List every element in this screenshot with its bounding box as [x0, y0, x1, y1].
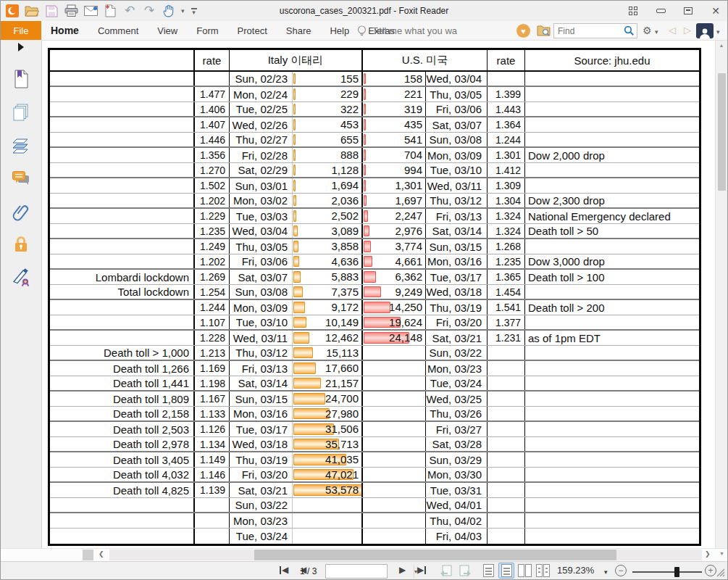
us-cases-cell: 4,661	[363, 254, 426, 268]
expand-panel-icon[interactable]	[18, 43, 24, 51]
italy-date-cell: Wed, 02/26	[230, 117, 293, 132]
tab-help[interactable]: Help	[320, 21, 359, 40]
zoom-caret-icon[interactable]: ▾	[604, 568, 608, 576]
back-icon[interactable]: ◁	[669, 25, 676, 36]
first-page-button[interactable]: ◀	[280, 565, 288, 575]
find-box[interactable]	[553, 23, 637, 38]
previous-view-icon[interactable]	[440, 565, 453, 578]
customize-toolbar-icon[interactable]: ▾	[191, 8, 197, 14]
note-right-cell	[525, 437, 699, 451]
find-input[interactable]	[554, 26, 624, 36]
table-row: Mon, 03/23Thu, 04/02	[50, 513, 699, 529]
us-rate-cell: 1.324	[488, 209, 525, 223]
horizontal-scroll-thumb[interactable]	[254, 550, 616, 560]
restore-icon[interactable]	[682, 5, 694, 17]
foxit-logo-icon[interactable]	[5, 4, 20, 18]
email-icon[interactable]	[83, 4, 98, 18]
italy-date-cell: Mon, 03/16	[230, 407, 293, 420]
gear-caret-icon[interactable]: ▾	[655, 28, 658, 36]
forward-icon[interactable]: ▷	[684, 25, 691, 36]
open-file-icon[interactable]	[25, 4, 39, 18]
zoom-in-button[interactable]: +	[705, 565, 716, 576]
us-cases-cell	[363, 468, 426, 481]
attachments-icon[interactable]	[12, 202, 30, 221]
zoom-slider-handle[interactable]	[674, 567, 679, 577]
redo-icon[interactable]: ↷	[142, 4, 156, 18]
close-icon[interactable]: ✕	[710, 5, 721, 17]
tell-me-input[interactable]	[371, 25, 472, 37]
bookmarks-icon[interactable]	[12, 70, 30, 88]
italy-cases-cell: 655	[293, 133, 363, 146]
minimize-icon[interactable]	[655, 5, 666, 17]
italy-data-bar	[293, 408, 330, 419]
scroll-up-icon[interactable]: ▲	[716, 43, 727, 48]
italy-date-cell: Fri, 03/06	[230, 254, 293, 268]
favorites-heart-icon[interactable]: ♥	[516, 24, 530, 38]
zoom-level[interactable]: 159.23%	[557, 565, 594, 576]
search-icon[interactable]	[624, 25, 635, 36]
italy-data-bar	[293, 347, 313, 358]
scroll-down-icon[interactable]: ▼	[719, 551, 724, 556]
table-row: Death toll 2,1581.133Mon, 03/1627,980Thu…	[50, 407, 699, 422]
italy-data-bar	[293, 195, 296, 206]
horizontal-scroll-track[interactable]	[109, 550, 702, 560]
account-caret-icon[interactable]: ▾	[716, 28, 720, 36]
vertical-scroll-thumb[interactable]	[718, 73, 726, 191]
continuous-facing-view-icon[interactable]	[535, 563, 551, 579]
hand-tool-icon[interactable]	[162, 4, 176, 18]
italy-cases-cell: 4,636	[293, 254, 363, 268]
document-view[interactable]: rate Italy 이태리 U.S. 미국 rate Source: jhu.…	[42, 41, 715, 548]
tab-form[interactable]: Form	[187, 21, 227, 40]
last-page-button[interactable]: ▶	[417, 565, 426, 575]
tab-home[interactable]: Home	[41, 21, 88, 40]
next-view-icon[interactable]	[459, 565, 472, 578]
note-left-cell	[50, 513, 195, 528]
italy-data-bar	[293, 362, 316, 374]
tab-comment[interactable]: Comment	[88, 21, 148, 40]
note-left-cell	[50, 254, 195, 268]
us-date-cell: Sat, 03/07	[426, 117, 488, 132]
next-page-button[interactable]: ▶	[399, 565, 406, 575]
print-icon[interactable]	[64, 4, 78, 18]
page-number-box[interactable]: ▾	[325, 564, 388, 579]
tab-protect[interactable]: Protect	[228, 21, 277, 40]
page-number-input[interactable]	[296, 566, 414, 577]
single-page-view-icon[interactable]	[480, 563, 496, 579]
comments-icon[interactable]	[12, 169, 30, 188]
tab-file[interactable]: File	[1, 21, 41, 40]
us-date-cell: Fri, 03/13	[426, 209, 488, 223]
gear-icon[interactable]: ⚙	[643, 25, 652, 36]
us-data-bar	[364, 210, 368, 222]
facing-view-icon[interactable]	[516, 563, 532, 579]
scroll-left-icon[interactable]: ❮	[99, 550, 104, 558]
italy-rate-cell	[195, 72, 230, 86]
scroll-right-icon[interactable]: ❯	[705, 550, 711, 558]
search-folder-icon[interactable]	[537, 24, 551, 37]
continuous-view-icon[interactable]	[498, 563, 514, 579]
zoom-slider[interactable]	[632, 571, 702, 573]
tab-view[interactable]: View	[148, 21, 187, 40]
undo-icon[interactable]: ↶	[122, 4, 137, 18]
save-icon[interactable]	[44, 4, 59, 18]
note-left-cell	[50, 315, 195, 329]
horizontal-scrollbar[interactable]: ❮ ❯ ▼	[1, 548, 727, 561]
note-left-cell: Death toll 4,825	[50, 483, 195, 497]
us-cases-cell	[363, 361, 426, 376]
italy-rate-cell	[195, 513, 230, 528]
layers-icon[interactable]	[12, 136, 30, 155]
vertical-scrollbar[interactable]: ▲	[715, 41, 727, 548]
table-row: 1.202Mon, 03/022,0361,697Thu, 03/121.304…	[50, 194, 699, 209]
new-document-icon[interactable]	[103, 4, 117, 18]
scrollbar-box[interactable]	[83, 550, 93, 560]
pages-icon[interactable]	[12, 103, 30, 122]
ui-layout-icon[interactable]	[627, 5, 639, 17]
tell-me-search[interactable]	[357, 23, 472, 38]
italy-date-cell: Fri, 03/13	[230, 361, 293, 376]
tab-share[interactable]: Share	[277, 21, 321, 40]
hand-tool-caret-icon[interactable]: ▾	[181, 7, 185, 14]
security-icon[interactable]	[12, 235, 30, 254]
digital-signatures-icon[interactable]	[12, 268, 30, 286]
account-avatar[interactable]	[696, 23, 714, 38]
title-bar: ↶ ↷ ▾ ▾ uscorona_cases_200321.pdf - Foxi…	[1, 1, 727, 21]
zoom-out-button[interactable]: −	[615, 565, 627, 576]
